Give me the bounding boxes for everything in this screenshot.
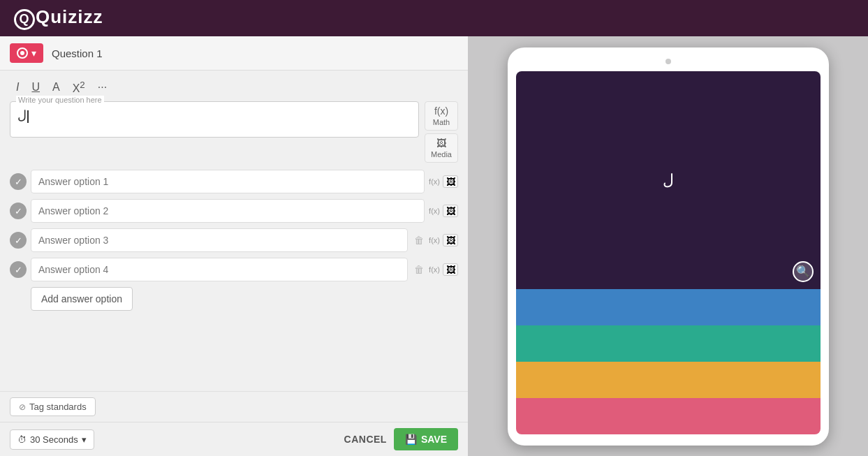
tag-icon: ⊘: [19, 402, 26, 412]
answer-fx-button-3[interactable]: f(x): [429, 236, 440, 244]
underline-button[interactable]: U: [28, 79, 43, 96]
checkmark-icon-3: ✓: [15, 235, 22, 246]
answer-input-2[interactable]: [31, 199, 425, 223]
answer-check-2[interactable]: ✓: [10, 203, 27, 219]
preview-panel: ل 🔍: [468, 36, 868, 456]
app-logo: QQuizizz: [14, 6, 103, 30]
trash-icon-3: 🗑: [414, 235, 424, 246]
answers-section: ✓ f(x) 🖼 ✓ f(x) 🖼: [0, 163, 468, 391]
timer-chevron-icon: ▾: [82, 434, 87, 445]
answer-input-4[interactable]: [31, 258, 408, 281]
cancel-button[interactable]: CANCEL: [344, 434, 387, 445]
answer-fx-button-2[interactable]: f(x): [429, 207, 440, 215]
target-icon: [17, 47, 28, 59]
media-tool-button[interactable]: 🖼 Media: [425, 133, 458, 163]
answer-row-1: ✓ f(x) 🖼: [10, 170, 458, 193]
tag-standards-label: Tag standards: [29, 402, 87, 412]
editor-footer: ⏱ 30 Seconds ▾ CANCEL 💾 SAVE: [0, 422, 468, 456]
trash-icon-4: 🗑: [414, 264, 424, 275]
italic-button[interactable]: I: [13, 79, 22, 96]
question-type-button[interactable]: ▾: [10, 43, 43, 63]
footer-actions: CANCEL 💾 SAVE: [344, 428, 458, 450]
timer-label: 30 Seconds: [30, 434, 78, 445]
question-input-wrapper[interactable]: Write your question here ل: [10, 101, 419, 138]
save-icon: 💾: [405, 434, 417, 445]
answer-input-3[interactable]: [31, 228, 408, 252]
answer-input-1[interactable]: [31, 170, 425, 193]
answer-row-2: ✓ f(x) 🖼: [10, 199, 458, 223]
clock-icon: ⏱: [17, 434, 27, 445]
logo-q: Q: [14, 9, 35, 30]
chevron-down-icon: ▾: [31, 47, 36, 59]
tablet-question-area: ل 🔍: [516, 71, 821, 289]
answer-fx-button-1[interactable]: f(x): [429, 177, 440, 186]
answer-actions-3: 🗑 f(x) 🖼: [412, 233, 458, 248]
timer-button[interactable]: ⏱ 30 Seconds ▾: [10, 429, 94, 450]
main-layout: ▾ Question 1 I U A X2 ··· Write your que…: [0, 36, 868, 456]
tablet-screen: ل 🔍: [516, 71, 821, 434]
add-answer-button[interactable]: Add answer option: [31, 287, 133, 311]
side-tools: f(x) Math 🖼 Media: [425, 101, 458, 163]
math-label: Math: [433, 118, 450, 126]
checkmark-icon-2: ✓: [15, 206, 22, 216]
media-icon: 🖼: [436, 138, 446, 149]
editor-panel: ▾ Question 1 I U A X2 ··· Write your que…: [0, 36, 468, 456]
tablet-question-text: ل: [663, 171, 674, 189]
superscript-button[interactable]: X2: [69, 78, 89, 97]
question-label: Question 1: [52, 47, 103, 59]
tablet-frame: ل 🔍: [508, 47, 829, 446]
question-placeholder: Write your question here: [16, 96, 104, 104]
image-icon-4: 🖼: [446, 265, 455, 275]
checkmark-icon-4: ✓: [15, 265, 22, 275]
question-header: ▾ Question 1: [0, 36, 468, 71]
media-label: Media: [431, 150, 452, 159]
add-answer-container: Add answer option: [10, 287, 458, 311]
tablet-answer-bars: [516, 289, 821, 434]
answer-img-button-3[interactable]: 🖼: [443, 234, 458, 247]
answer-img-button-2[interactable]: 🖼: [443, 205, 458, 217]
zoom-icon: 🔍: [796, 265, 810, 278]
formatting-toolbar: I U A X2 ···: [10, 78, 458, 97]
answer-row-3: ✓ 🗑 f(x) 🖼: [10, 228, 458, 252]
answer-actions-1: f(x) 🖼: [429, 175, 458, 188]
answer-check-3[interactable]: ✓: [10, 232, 27, 249]
tablet-answer-bar-4: [516, 398, 821, 434]
tablet-answer-bar-2: [516, 325, 821, 362]
math-icon: f(x): [434, 105, 448, 117]
answer-img-button-1[interactable]: 🖼: [443, 175, 458, 188]
delete-answer-3-button[interactable]: 🗑: [412, 233, 426, 248]
text-cursor: [27, 110, 29, 123]
answer-fx-button-4[interactable]: f(x): [429, 265, 440, 274]
answer-check-1[interactable]: ✓: [10, 173, 27, 190]
answer-check-4[interactable]: ✓: [10, 261, 27, 278]
save-button[interactable]: 💾 SAVE: [394, 428, 458, 450]
question-text[interactable]: ل: [17, 108, 29, 122]
answer-actions-2: f(x) 🖼: [429, 205, 458, 217]
editor-area: I U A X2 ··· Write your question here ل …: [0, 71, 468, 163]
math-tool-button[interactable]: f(x) Math: [425, 101, 458, 131]
image-icon-3: 🖼: [446, 235, 455, 246]
tag-standards-section: ⊘ Tag standards: [0, 391, 468, 422]
tablet-answer-bar-3: [516, 362, 821, 398]
answer-actions-4: 🗑 f(x) 🖼: [412, 262, 458, 277]
answer-img-button-4[interactable]: 🖼: [443, 263, 458, 276]
text-color-button[interactable]: A: [49, 79, 64, 96]
save-label: SAVE: [421, 434, 447, 445]
more-options-button[interactable]: ···: [94, 79, 110, 96]
question-input-row: Write your question here ل f(x) Math 🖼 M…: [10, 101, 458, 163]
zoom-button[interactable]: 🔍: [793, 261, 814, 282]
tablet-camera: [665, 59, 671, 64]
tag-standards-button[interactable]: ⊘ Tag standards: [10, 397, 96, 416]
tablet-answer-bar-1: [516, 289, 821, 325]
image-icon-2: 🖼: [446, 206, 455, 216]
answer-row-4: ✓ 🗑 f(x) 🖼: [10, 258, 458, 281]
delete-answer-4-button[interactable]: 🗑: [412, 262, 426, 277]
image-icon-1: 🖼: [446, 177, 455, 187]
app-header: QQuizizz: [0, 0, 868, 36]
checkmark-icon-1: ✓: [15, 177, 22, 187]
